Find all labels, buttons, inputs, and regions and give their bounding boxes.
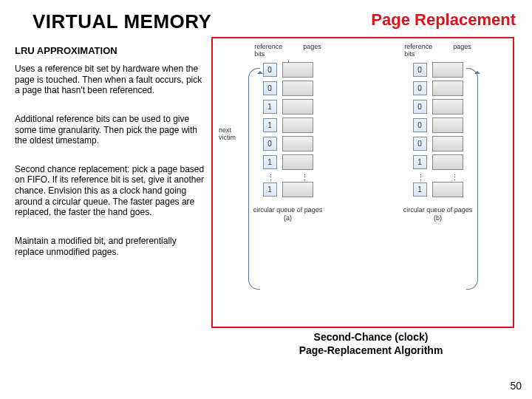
ref-bit: 0 xyxy=(263,63,277,77)
ref-bit: 1 xyxy=(263,118,277,132)
page-box xyxy=(282,99,313,115)
ref-bit: 0 xyxy=(263,81,277,95)
topic-title: Page Replacement xyxy=(371,10,516,33)
ref-bit: 1 xyxy=(413,183,427,197)
paragraph: Maintain a modified bit, and preferentia… xyxy=(15,236,207,257)
ref-bit: 1 xyxy=(263,155,277,169)
page-box xyxy=(432,99,463,115)
page-box xyxy=(282,62,313,78)
content-row: Uses a reference bit set by hardware whe… xyxy=(0,64,532,275)
page-title: VIRTUAL MEMORY xyxy=(33,10,211,33)
loop-arrow-icon xyxy=(248,68,260,290)
queue-col-b: referencebits pages 0 0 0 0 0 1 ⋮⋮ 1 xyxy=(363,38,513,327)
page-box xyxy=(282,182,313,197)
page-box xyxy=(282,154,313,170)
paragraph: Second chance replacement: pick a page b… xyxy=(15,164,207,218)
page-number: 50 xyxy=(510,380,522,392)
col-header: pages xyxy=(453,43,471,58)
paragraph: Additional reference bits can be used to… xyxy=(15,114,207,146)
page-box xyxy=(432,62,463,78)
ref-bit: 0 xyxy=(413,137,427,151)
page-box xyxy=(432,154,463,170)
page-box xyxy=(282,81,313,96)
queue-col-a: referencebits pages 0 0 1 1 0 1 ⋮⋮ xyxy=(213,38,363,327)
ref-bit: 0 xyxy=(263,137,277,151)
ref-bit: 1 xyxy=(263,100,277,114)
page-box xyxy=(432,182,463,197)
ref-bit: 1 xyxy=(413,155,427,169)
loop-arrow-icon xyxy=(466,68,478,290)
figure-area: next victim referencebits pages 0 0 1 xyxy=(211,64,525,275)
ref-bit: 0 xyxy=(413,63,427,77)
page-box xyxy=(432,136,463,151)
body-text: Uses a reference bit set by hardware whe… xyxy=(15,64,207,275)
ref-bit: 0 xyxy=(413,81,427,95)
ellipsis-icon: ⋮⋮ xyxy=(264,175,312,180)
col-header: referencebits xyxy=(404,43,432,58)
col-header: pages xyxy=(303,43,321,58)
col-tag: (a) xyxy=(284,214,292,222)
col-caption: circular queue of pages xyxy=(253,206,323,214)
page-box xyxy=(282,136,313,151)
ref-bit: 0 xyxy=(413,118,427,132)
ref-bit: 1 xyxy=(263,183,277,197)
page-box xyxy=(282,117,313,133)
ellipsis-icon: ⋮⋮ xyxy=(414,175,462,180)
figure-caption: Second-Chance (clock)Page-Replacement Al… xyxy=(231,331,511,357)
page-box xyxy=(432,81,463,96)
page-box xyxy=(432,117,463,133)
col-caption: circular queue of pages xyxy=(403,206,473,214)
paragraph: Uses a reference bit set by hardware whe… xyxy=(15,64,207,96)
col-tag: (b) xyxy=(434,214,442,222)
ref-bit: 0 xyxy=(413,100,427,114)
figure-frame: next victim referencebits pages 0 0 1 xyxy=(211,37,514,328)
col-header: referencebits xyxy=(254,43,282,58)
